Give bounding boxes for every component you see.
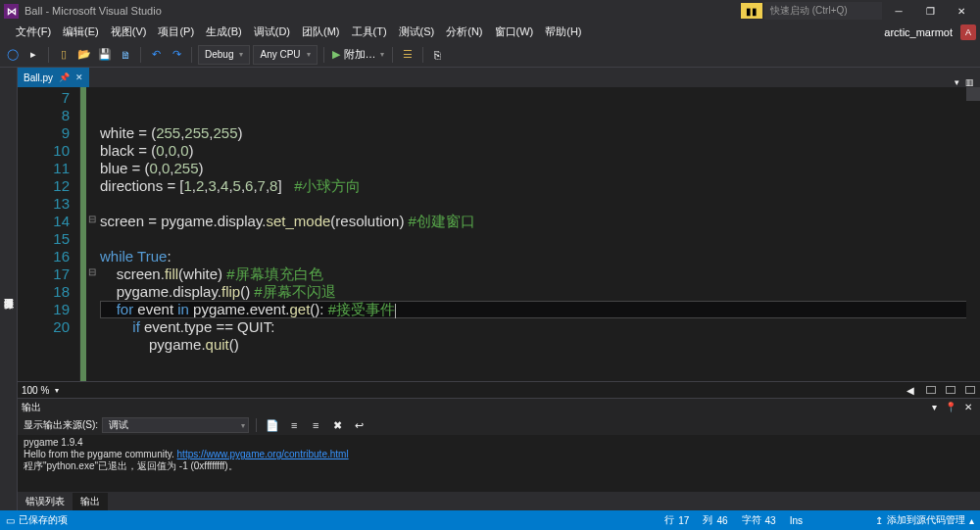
- output-pin-icon[interactable]: 📍: [941, 402, 960, 412]
- output-goto-next-button[interactable]: ≡: [307, 415, 324, 435]
- output-find-button[interactable]: 📄: [264, 415, 281, 435]
- code-line[interactable]: white = (255,255,255): [100, 124, 980, 142]
- line-number-gutter: 7891011121314151617181920: [18, 87, 80, 381]
- output-title: 输出: [22, 401, 41, 414]
- close-tab-icon[interactable]: ✕: [75, 72, 83, 82]
- save-all-button[interactable]: 🗎: [117, 45, 134, 65]
- code-line[interactable]: pygame.quit(): [100, 336, 980, 354]
- title-bar: ⋈ Ball - Microsoft Visual Studio ▮▮ 快速启动…: [0, 0, 980, 22]
- output-tool-window: 输出 ▾ 📍 ✕ 显示输出来源(S): 调试 📄 ≡ ≡ ✖ ↩ pygame …: [18, 398, 980, 492]
- server-explorer-tab[interactable]: 服务器资源管理器: [0, 285, 17, 297]
- document-tab-ballpy[interactable]: Ball.py 📌 ✕: [18, 68, 89, 87]
- standard-toolbar: ◯ ▸ ▯ 📂 💾 🗎 ↶ ↷ Debug▾ Any CPU▾ ▶ 附加… ▾ …: [0, 42, 980, 68]
- save-button[interactable]: 💾: [96, 45, 114, 65]
- menu-edit[interactable]: 编辑(E): [57, 23, 105, 41]
- solution-platform-value: Any CPU: [260, 49, 300, 60]
- vertical-scrollbar[interactable]: [966, 87, 980, 381]
- nav-fwd-button[interactable]: ▸: [24, 45, 42, 65]
- start-button[interactable]: ▶ 附加… ▾: [330, 45, 386, 65]
- zoom-level[interactable]: 100 %: [22, 385, 49, 396]
- menu-help[interactable]: 帮助(H): [539, 23, 587, 41]
- code-line[interactable]: for event in pygame.event.get(): #接受事件: [100, 301, 980, 318]
- tab-overflow-icon[interactable]: ▾: [955, 77, 959, 87]
- menu-debug[interactable]: 调试(D): [248, 23, 296, 41]
- signed-in-user[interactable]: arctic_marmot: [884, 26, 956, 38]
- status-saved-indicator[interactable]: ▭ 已保存的项: [6, 513, 68, 527]
- code-line[interactable]: while True:: [100, 248, 980, 265]
- code-line[interactable]: screen = pygame.display.set_mode(resolut…: [100, 213, 980, 230]
- status-source-control[interactable]: ↥ 添加到源代码管理 ▴: [875, 513, 974, 527]
- code-editor[interactable]: 7891011121314151617181920 ⊟⊟ white = (25…: [18, 87, 980, 381]
- code-line[interactable]: [100, 230, 980, 248]
- menu-project[interactable]: 项目(P): [152, 23, 200, 41]
- menu-test[interactable]: 测试(S): [393, 23, 441, 41]
- status-bar: ▭ 已保存的项 行 17 列 46 字符 43 Ins ↥ 添加到源代码管理 ▴: [0, 510, 980, 530]
- code-area[interactable]: white = (255,255,255)black = (0,0,0)blue…: [98, 87, 980, 381]
- undo-button[interactable]: ↶: [147, 45, 165, 65]
- pin-icon[interactable]: 📌: [59, 72, 70, 82]
- quick-launch-input[interactable]: 快速启动 (Ctrl+Q): [764, 2, 882, 20]
- solution-explorer-hint-icon[interactable]: ▥: [965, 77, 974, 87]
- menu-tools[interactable]: 工具(T): [346, 23, 393, 41]
- restore-button[interactable]: ❐: [915, 1, 945, 21]
- solution-config-value: Debug: [205, 49, 233, 60]
- output-wordwrap-button[interactable]: ↩: [350, 415, 368, 435]
- split-v-icon[interactable]: [943, 383, 956, 397]
- status-ins: Ins: [790, 515, 803, 526]
- minimize-button[interactable]: ─: [884, 1, 913, 21]
- output-tab[interactable]: 输出: [73, 493, 108, 510]
- no-issues-icon[interactable]: ◀: [904, 383, 917, 397]
- menu-build[interactable]: 生成(B): [200, 23, 248, 41]
- publish-icon: ↥: [875, 515, 883, 526]
- output-source-value: 调试: [109, 418, 128, 432]
- zoom-dropdown-icon[interactable]: ▾: [55, 386, 59, 395]
- outlining-margin[interactable]: ⊟⊟: [86, 87, 98, 381]
- output-source-dropdown[interactable]: 调试: [102, 417, 249, 433]
- open-button[interactable]: 📂: [75, 45, 93, 65]
- nav-back-button[interactable]: ◯: [4, 45, 22, 65]
- code-line[interactable]: if event.type == QUIT:: [100, 318, 980, 336]
- error-list-tab[interactable]: 错误列表: [18, 493, 73, 510]
- output-window-menu-icon[interactable]: ▾: [928, 402, 941, 412]
- document-tab-label: Ball.py: [24, 72, 53, 83]
- start-button-label: 附加…: [344, 47, 376, 62]
- document-tab-well: Ball.py 📌 ✕ ▾ ▥: [18, 68, 980, 87]
- solution-config-dropdown[interactable]: Debug▾: [198, 45, 250, 65]
- menu-bar: 文件(F) 编辑(E) 视图(V) 项目(P) 生成(B) 调试(D) 团队(M…: [0, 22, 980, 42]
- menu-team[interactable]: 团队(M): [296, 23, 346, 41]
- code-line[interactable]: [100, 354, 980, 371]
- env-button[interactable]: ☰: [399, 45, 416, 65]
- status-line: 行 17: [664, 513, 689, 527]
- output-text-area[interactable]: pygame 1.9.4Hello from the pygame commun…: [18, 435, 980, 492]
- misc-button[interactable]: ⎘: [429, 45, 447, 65]
- menu-window[interactable]: 窗口(W): [489, 23, 540, 41]
- scrollbar-thumb[interactable]: [966, 87, 980, 101]
- output-clear-button[interactable]: ✖: [328, 415, 346, 435]
- vs-logo-icon: ⋈: [4, 4, 19, 19]
- menu-file[interactable]: 文件(F): [10, 23, 57, 41]
- bottom-tool-tabs: 错误列表 输出: [18, 492, 980, 510]
- code-line[interactable]: blue = (0,0,255): [100, 160, 980, 177]
- code-line[interactable]: screen.fill(white) #屏幕填充白色: [100, 265, 980, 283]
- notification-flag[interactable]: ▮▮: [741, 3, 762, 19]
- menu-view[interactable]: 视图(V): [105, 23, 153, 41]
- output-source-label: 显示输出来源(S):: [24, 418, 98, 432]
- code-line[interactable]: black = (0,0,0): [100, 142, 980, 160]
- redo-button[interactable]: ↷: [168, 45, 185, 65]
- output-goto-prev-button[interactable]: ≡: [285, 415, 303, 435]
- menu-analyze[interactable]: 分析(N): [440, 23, 488, 41]
- solution-platform-dropdown[interactable]: Any CPU▾: [253, 45, 317, 65]
- close-button[interactable]: ✕: [947, 1, 976, 21]
- code-line[interactable]: [100, 195, 980, 213]
- left-tool-tabs: 服务器资源管理器 工具箱: [0, 68, 18, 510]
- code-line[interactable]: directions = [1,2,3,4,5,6,7,8] #小球方向: [100, 177, 980, 195]
- status-col: 列 46: [703, 513, 727, 527]
- split-h-icon[interactable]: [923, 383, 937, 397]
- status-char: 字符 43: [742, 513, 776, 527]
- track-changes-icon[interactable]: [962, 383, 976, 397]
- new-project-button[interactable]: ▯: [55, 45, 73, 65]
- output-close-icon[interactable]: ✕: [960, 402, 976, 412]
- code-line[interactable]: pygame.display.flip() #屏幕不闪退: [100, 283, 980, 301]
- editor-bottom-bar: 100 % ▾ ◀: [18, 381, 980, 398]
- user-avatar[interactable]: A: [960, 24, 976, 40]
